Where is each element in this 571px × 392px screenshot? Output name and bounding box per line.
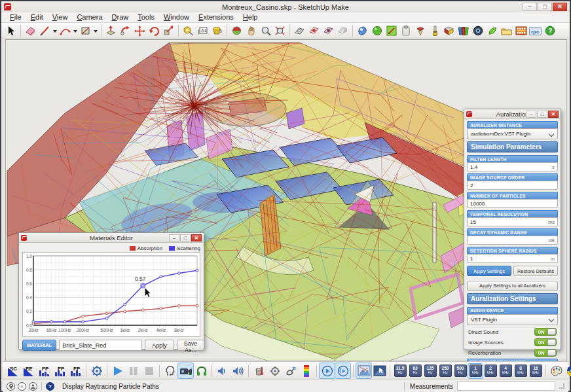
play-button[interactable] xyxy=(110,363,125,378)
freq-500hz-button[interactable]: 500Hz xyxy=(453,364,468,378)
edit-pencil-icon[interactable] xyxy=(384,24,398,38)
geolocation-icon[interactable] xyxy=(7,382,15,391)
binaural-head-icon[interactable] xyxy=(162,363,177,378)
pause-button[interactable] xyxy=(126,363,141,378)
auralization-panel[interactable]: Auralization – □ ✕ AURALIZER INSTANCE au… xyxy=(464,109,561,350)
pushpull-icon[interactable] xyxy=(104,24,118,38)
save-as-button[interactable]: Save As... xyxy=(177,340,205,351)
freq-250hz-button[interactable]: 250Hz xyxy=(438,364,452,378)
panel-minimize-button[interactable]: – xyxy=(526,111,536,118)
restore-defaults-button[interactable]: Restore Defaults xyxy=(513,266,558,276)
rotate-icon[interactable] xyxy=(147,24,161,38)
paint-bucket-icon[interactable] xyxy=(210,24,224,38)
replay-loop-button[interactable] xyxy=(335,363,350,378)
rpc-icon[interactable]: rpc xyxy=(528,24,542,38)
plot-ee-icon[interactable]: EE xyxy=(21,363,36,378)
palette-icon[interactable] xyxy=(549,363,564,378)
sphere-icon[interactable] xyxy=(370,24,384,38)
freq-31hz-button[interactable]: 31.5Hz xyxy=(393,364,407,378)
apply-all-button[interactable]: Apply Settings to all Auralizers xyxy=(467,281,558,291)
move-icon[interactable] xyxy=(133,24,147,38)
stop-button[interactable] xyxy=(141,363,157,378)
filter-length-field[interactable]: 1.4s xyxy=(467,162,558,171)
materials-editor-titlebar[interactable]: Materials Editor – □ ✕ xyxy=(19,233,204,243)
replay-particles-button[interactable] xyxy=(320,363,335,378)
section-fill-icon[interactable] xyxy=(336,24,350,38)
menu-extensions[interactable]: Extensions xyxy=(194,12,238,22)
make-component-icon[interactable] xyxy=(356,24,369,38)
detection-sphere-radius-field[interactable]: 1m xyxy=(467,254,558,263)
freq-8khz-button[interactable]: 8kHz xyxy=(513,364,528,378)
show-paths-view-icon[interactable] xyxy=(356,363,371,378)
settings-gear-icon[interactable] xyxy=(89,363,104,378)
section-plane-icon[interactable] xyxy=(293,24,306,38)
minimize-button[interactable]: – xyxy=(523,3,537,11)
direct-sound-toggle[interactable]: ON xyxy=(534,328,557,336)
freq-63hz-button[interactable]: 63Hz xyxy=(408,364,422,378)
credits-info-icon[interactable]: i xyxy=(18,382,26,391)
help-hint-icon[interactable]: ? xyxy=(46,382,54,391)
help-icon[interactable]: ? xyxy=(543,24,557,38)
tape-measure-icon[interactable] xyxy=(181,24,195,38)
volume-low-icon[interactable] xyxy=(215,363,230,378)
freq-125hz-button[interactable]: 125Hz xyxy=(423,364,437,378)
resize-grip[interactable] xyxy=(559,383,564,389)
menu-window[interactable]: Window xyxy=(159,12,194,22)
rectangle-dropdown-icon[interactable] xyxy=(93,24,98,38)
section-display-icon[interactable] xyxy=(307,24,321,38)
line-tool-icon[interactable] xyxy=(38,24,52,38)
freq-16khz-button[interactable]: 16kHz xyxy=(528,364,543,378)
panel-close-button[interactable]: ✕ xyxy=(548,111,559,118)
plot-fp1-icon[interactable]: FP xyxy=(37,363,52,378)
material-curve-chart[interactable]: 0.00.20.40.60.81.030Hz60Hz100Hz200Hz500H… xyxy=(22,252,200,337)
measurements-input[interactable] xyxy=(457,382,555,391)
decay-dynamic-range-field[interactable]: dB xyxy=(467,236,558,245)
menu-camera[interactable]: Camera xyxy=(72,12,107,22)
library-icon[interactable] xyxy=(456,24,470,38)
render-settings-gear-icon[interactable] xyxy=(267,363,282,378)
plot-sc-icon[interactable]: SC xyxy=(5,363,20,378)
camera-eye-icon[interactable] xyxy=(471,24,485,38)
leaf-icon[interactable] xyxy=(485,24,499,38)
plot-fp2-icon[interactable]: FP xyxy=(52,363,67,378)
orbit-icon[interactable] xyxy=(230,24,244,38)
spintop-icon[interactable] xyxy=(413,24,427,38)
volume-high-icon[interactable] xyxy=(230,363,246,378)
dimension-icon[interactable]: A1 xyxy=(196,24,210,38)
maximize-button[interactable]: □ xyxy=(538,3,552,11)
section-cut-icon[interactable] xyxy=(322,24,335,38)
camera-tracking-icon[interactable] xyxy=(178,363,193,378)
emitter-icon[interactable] xyxy=(283,363,298,378)
scale-icon[interactable] xyxy=(162,24,175,38)
auralization-titlebar[interactable]: Auralization – □ ✕ xyxy=(464,109,561,119)
eraser-icon[interactable] xyxy=(24,24,37,38)
menu-help[interactable]: Help xyxy=(238,12,263,22)
image-source-order-field[interactable]: 2 xyxy=(467,181,558,190)
clipboard-icon[interactable] xyxy=(399,24,413,38)
image-sources-toggle[interactable]: ON xyxy=(534,338,557,346)
dialog-close-button[interactable]: ✕ xyxy=(191,234,202,241)
menu-view[interactable]: View xyxy=(48,12,73,22)
apply-button[interactable]: Apply xyxy=(145,340,174,351)
arc-dropdown-icon[interactable] xyxy=(73,24,78,38)
brush-icon[interactable] xyxy=(428,24,441,38)
number-of-particles-field[interactable]: 10000 xyxy=(467,199,558,208)
zoom-icon[interactable] xyxy=(259,24,272,38)
compass-logo-icon[interactable] xyxy=(564,363,571,378)
freq-2khz-button[interactable]: 2kHz xyxy=(483,364,498,378)
close-button[interactable]: ✕ xyxy=(553,3,567,11)
audio-device-select[interactable]: VST Plugin xyxy=(467,314,558,325)
material-probe-icon[interactable] xyxy=(251,363,267,378)
temporal-resolution-field[interactable]: 15ms xyxy=(467,217,558,226)
zoom-extents-icon[interactable] xyxy=(273,24,287,38)
sign-in-icon[interactable] xyxy=(29,382,37,391)
colormap-icon[interactable] xyxy=(299,363,314,378)
line-dropdown-icon[interactable] xyxy=(52,24,58,38)
select-tool-icon[interactable] xyxy=(4,24,18,38)
pan-icon[interactable] xyxy=(244,24,258,38)
apply-settings-button[interactable]: Apply Settings xyxy=(467,266,511,276)
followme-icon[interactable] xyxy=(119,24,132,38)
panel-maximize-button[interactable]: □ xyxy=(537,111,547,118)
freq-1khz-button[interactable]: 1kHz xyxy=(468,364,483,378)
menu-file[interactable]: File xyxy=(5,12,26,22)
